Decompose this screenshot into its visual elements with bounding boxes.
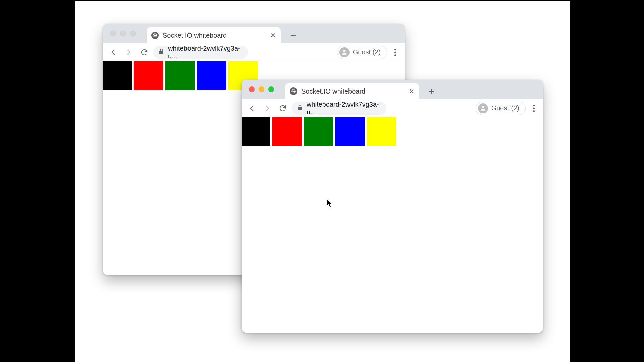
window-controls	[110, 31, 136, 36]
reload-button[interactable]	[138, 46, 151, 59]
color-swatch-black[interactable]	[103, 61, 132, 90]
new-tab-button[interactable]	[287, 29, 300, 42]
tab-title: Socket.IO whiteboard	[163, 32, 266, 39]
profile-button[interactable]: Guest (2)	[337, 46, 387, 59]
window-controls	[249, 86, 274, 92]
browser-tab[interactable]: Socket.IO whiteboard	[147, 27, 281, 43]
color-swatch-blue[interactable]	[197, 61, 226, 90]
window-minimize-button[interactable]	[259, 86, 264, 92]
color-swatch-blue[interactable]	[335, 117, 365, 146]
color-swatch-yellow[interactable]	[367, 117, 396, 146]
close-tab-button[interactable]	[409, 88, 415, 94]
address-bar[interactable]: whiteboard-2wvlk7vg3a-u...	[292, 102, 386, 115]
window-maximize-button[interactable]	[130, 31, 136, 36]
tab-strip: Socket.IO whiteboard	[103, 24, 405, 43]
browser-window-front: Socket.IO whiteboard whiteboard-2wvlk7vg…	[241, 80, 543, 333]
tab-strip: Socket.IO whiteboard	[241, 80, 543, 99]
new-tab-button[interactable]	[425, 85, 438, 98]
address-bar[interactable]: whiteboard-2wvlk7vg3a-u...	[153, 46, 248, 59]
reload-button[interactable]	[276, 102, 289, 115]
browser-tab[interactable]: Socket.IO whiteboard	[285, 83, 419, 99]
color-swatch-green[interactable]	[165, 61, 195, 90]
url-text: whiteboard-2wvlk7vg3a-u...	[307, 101, 381, 116]
profile-button[interactable]: Guest (2)	[476, 102, 526, 115]
svg-point-1	[394, 51, 396, 53]
svg-point-0	[394, 49, 396, 50]
mouse-cursor-icon	[327, 199, 333, 208]
tab-title: Socket.IO whiteboard	[301, 87, 405, 95]
svg-point-5	[533, 110, 535, 112]
profile-label: Guest (2)	[491, 104, 519, 112]
lock-icon	[297, 104, 303, 112]
color-swatch-red[interactable]	[134, 61, 163, 90]
menu-button[interactable]	[390, 49, 400, 56]
svg-point-2	[394, 54, 396, 56]
color-palette	[103, 61, 258, 90]
browser-toolbar: whiteboard-2wvlk7vg3a-u... Guest (2)	[241, 99, 543, 117]
profile-label: Guest (2)	[353, 48, 381, 56]
lock-icon	[159, 48, 164, 56]
window-close-button[interactable]	[110, 31, 116, 36]
color-swatch-red[interactable]	[272, 117, 302, 146]
globe-icon	[290, 87, 297, 95]
color-swatch-green[interactable]	[304, 117, 333, 146]
forward-button[interactable]	[261, 102, 274, 115]
back-button[interactable]	[246, 102, 258, 115]
avatar-icon	[478, 103, 488, 113]
window-close-button[interactable]	[249, 86, 255, 92]
svg-point-3	[533, 105, 535, 106]
avatar-icon	[339, 47, 350, 57]
window-maximize-button[interactable]	[268, 86, 274, 92]
close-tab-button[interactable]	[270, 32, 276, 38]
back-button[interactable]	[107, 46, 120, 59]
url-text: whiteboard-2wvlk7vg3a-u...	[168, 45, 243, 60]
color-swatch-black[interactable]	[241, 117, 270, 146]
globe-icon	[151, 32, 159, 39]
color-palette	[241, 117, 396, 146]
window-minimize-button[interactable]	[120, 31, 126, 36]
menu-button[interactable]	[528, 105, 539, 112]
browser-toolbar: whiteboard-2wvlk7vg3a-u... Guest (2)	[103, 43, 405, 61]
whiteboard-canvas[interactable]	[241, 117, 543, 333]
forward-button[interactable]	[122, 46, 135, 59]
svg-point-4	[533, 107, 535, 109]
